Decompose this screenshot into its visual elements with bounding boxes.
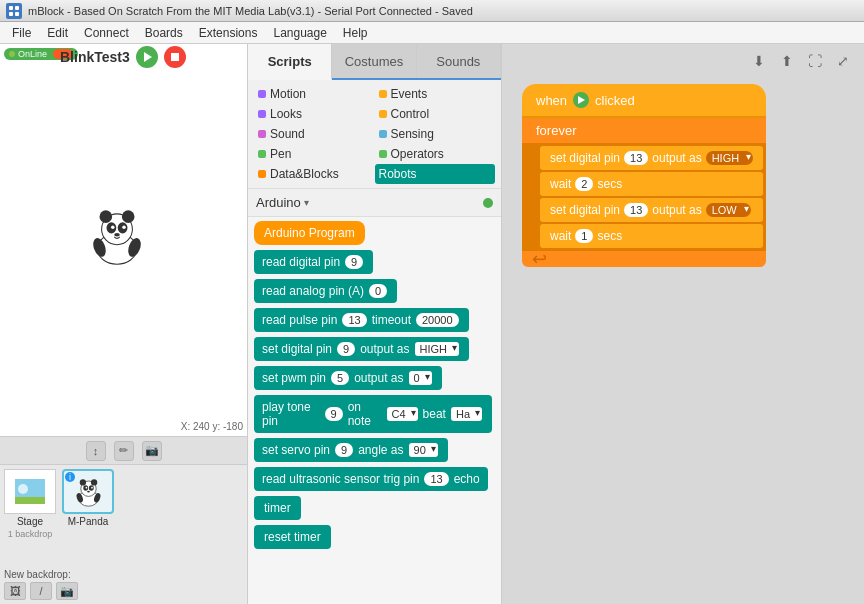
block-read-analog[interactable]: read analog pin (A) 0 <box>254 279 495 303</box>
green-flag-btn[interactable] <box>136 46 158 68</box>
right-panel: ⬇ ⬆ ⛶ ⤢ when clicked forever <box>502 44 864 604</box>
stage-thumb-img <box>4 469 56 514</box>
cat-operators-dot <box>379 150 387 158</box>
cat-datablocks[interactable]: Data&Blocks <box>254 164 375 184</box>
arduino-header[interactable]: Arduino ▾ <box>248 189 501 217</box>
menu-connect[interactable]: Connect <box>76 24 137 42</box>
svg-marker-4 <box>144 52 152 62</box>
new-backdrop-section: New backdrop: 🖼 / 📷 <box>0 565 247 604</box>
block-wait-2[interactable]: wait 2 secs <box>540 172 763 196</box>
forever-block-label[interactable]: forever <box>522 118 766 143</box>
edit-sprite-btn[interactable]: ✏ <box>114 441 134 461</box>
block-read-pulse-timeout: 20000 <box>416 313 459 327</box>
menu-help[interactable]: Help <box>335 24 376 42</box>
cat-operators[interactable]: Operators <box>375 144 496 164</box>
menu-file[interactable]: File <box>4 24 39 42</box>
title-text: mBlock - Based On Scratch From the MIT M… <box>28 5 473 17</box>
center-panel: Scripts Costumes Sounds Motion Events Lo… <box>248 44 502 604</box>
block-set-servo[interactable]: set servo pin 9 angle as 90 <box>254 438 495 462</box>
tab-scripts[interactable]: Scripts <box>248 44 332 80</box>
cat-events-dot <box>379 90 387 98</box>
arduino-label: Arduino <box>256 195 301 210</box>
pin-13-high: 13 <box>624 151 648 165</box>
fullscreen-btn[interactable]: ⤢ <box>832 50 854 72</box>
wait-1-value: 1 <box>575 229 593 243</box>
svg-point-27 <box>91 487 93 489</box>
cat-pen[interactable]: Pen <box>254 144 375 164</box>
stage-coords: X: 240 y: -180 <box>181 421 243 432</box>
block-set-digital-value[interactable]: HIGH <box>415 342 460 356</box>
menu-language[interactable]: Language <box>265 24 334 42</box>
new-backdrop-paint-btn[interactable]: 🖼 <box>4 582 26 600</box>
block-set-digital-pin: 9 <box>337 342 355 356</box>
menu-extensions[interactable]: Extensions <box>191 24 266 42</box>
block-set-digital[interactable]: set digital pin 9 output as HIGH <box>254 337 495 361</box>
backdrop-buttons: 🖼 / 📷 <box>4 582 243 600</box>
move-sprite-btn[interactable]: ↕ <box>86 441 106 461</box>
camera-btn[interactable]: 📷 <box>142 441 162 461</box>
script-stack: when clicked forever set digital pin 13 <box>522 84 766 267</box>
forever-body: set digital pin 13 output as HIGH▾ wait … <box>522 143 766 251</box>
svg-point-28 <box>87 491 90 493</box>
block-play-tone-beat[interactable]: Ha <box>451 407 482 421</box>
block-read-digital[interactable]: read digital pin 9 <box>254 250 495 274</box>
block-set-digital-high[interactable]: set digital pin 13 output as HIGH▾ <box>540 146 763 170</box>
block-play-tone[interactable]: play tone pin 9 on note C4 beat Ha <box>254 395 495 433</box>
cat-control[interactable]: Control <box>375 104 496 124</box>
flag-icon <box>573 92 589 108</box>
forever-end-cap: ↩ <box>522 251 766 267</box>
cat-robots[interactable]: Robots <box>375 164 496 184</box>
svg-rect-2 <box>9 12 13 16</box>
svg-rect-0 <box>9 6 13 10</box>
titlebar: mBlock - Based On Scratch From the MIT M… <box>0 0 864 22</box>
cat-events[interactable]: Events <box>375 84 496 104</box>
new-backdrop-upload-btn[interactable]: / <box>30 582 52 600</box>
menubar: File Edit Connect Boards Extensions Lang… <box>0 22 864 44</box>
menu-edit[interactable]: Edit <box>39 24 76 42</box>
svg-rect-3 <box>15 12 19 16</box>
block-arduino-program[interactable]: Arduino Program <box>254 221 365 245</box>
sprite-name-label: M-Panda <box>68 516 109 527</box>
block-reset-timer[interactable]: reset timer <box>254 525 495 549</box>
cat-looks[interactable]: Looks <box>254 104 375 124</box>
stage-area: OnLine BlinkTest3 <box>0 44 247 437</box>
upload-btn[interactable]: ⬆ <box>776 50 798 72</box>
stage-thumbnail[interactable]: Stage 1 backdrop <box>4 469 56 561</box>
cat-looks-dot <box>258 110 266 118</box>
info-badge[interactable]: i <box>65 472 75 482</box>
stop-btn[interactable] <box>164 46 186 68</box>
hat-block[interactable]: when clicked <box>522 84 766 118</box>
panda-sprite <box>82 200 152 273</box>
block-set-pwm-value[interactable]: 0 <box>409 371 432 385</box>
block-set-digital-low[interactable]: set digital pin 13 output as LOW▾ <box>540 198 763 222</box>
backdrop-count: 1 backdrop <box>8 529 53 539</box>
svg-point-23 <box>90 479 96 485</box>
tab-sounds[interactable]: Sounds <box>417 44 501 78</box>
arduino-dropdown-arrow: ▾ <box>304 197 309 208</box>
cat-sound[interactable]: Sound <box>254 124 375 144</box>
stage-label: Stage <box>17 516 43 527</box>
cat-motion[interactable]: Motion <box>254 84 375 104</box>
block-play-tone-note[interactable]: C4 <box>387 407 418 421</box>
block-wait-1[interactable]: wait 1 secs <box>540 224 763 248</box>
cat-sensing-dot <box>379 130 387 138</box>
svg-point-14 <box>114 233 120 237</box>
cat-control-dot <box>379 110 387 118</box>
new-backdrop-camera-btn[interactable]: 📷 <box>56 582 78 600</box>
svg-point-8 <box>99 210 112 223</box>
download-btn[interactable]: ⬇ <box>748 50 770 72</box>
menu-boards[interactable]: Boards <box>137 24 191 42</box>
block-set-pwm[interactable]: set pwm pin 5 output as 0 <box>254 366 495 390</box>
cat-sensing[interactable]: Sensing <box>375 124 496 144</box>
cat-motion-dot <box>258 90 266 98</box>
tab-costumes[interactable]: Costumes <box>332 44 416 78</box>
value-high[interactable]: HIGH▾ <box>706 151 754 165</box>
blocks-list[interactable]: Arduino Program read digital pin 9 read … <box>248 217 501 604</box>
value-low[interactable]: LOW▾ <box>706 203 751 217</box>
block-set-servo-angle[interactable]: 90 <box>409 443 438 457</box>
block-read-ultrasonic[interactable]: read ultrasonic sensor trig pin 13 echo <box>254 467 495 491</box>
sprite-panda-thumb[interactable]: i M-Panda <box>62 469 114 561</box>
block-read-pulse[interactable]: read pulse pin 13 timeout 20000 <box>254 308 495 332</box>
expand-btn[interactable]: ⛶ <box>804 50 826 72</box>
block-timer[interactable]: timer <box>254 496 495 520</box>
